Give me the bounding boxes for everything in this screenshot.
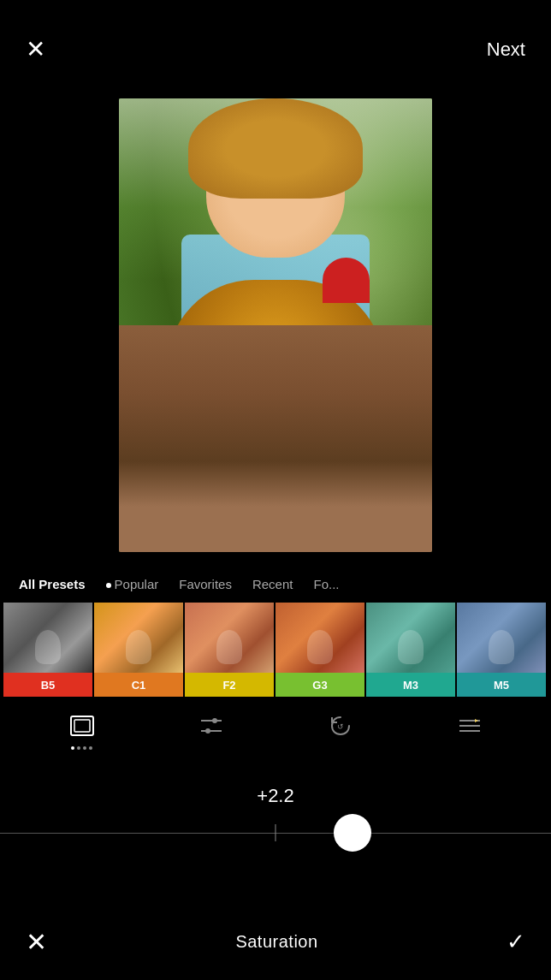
header: ✕ Next [0,0,551,98]
adjustment-title: Saturation [235,932,317,952]
filter-label-g3: G3 [276,673,364,697]
confirm-button[interactable]: ✓ [507,929,525,955]
presets-tabs: All Presets Popular Favorites Recent Fo.… [0,565,551,603]
filter-g3[interactable]: G3 [276,603,364,697]
tab-popular[interactable]: Popular [96,570,169,598]
filter-strip: B5 C1 F2 G3 M3 M5 [0,603,551,697]
svg-text:↺: ↺ [337,722,344,731]
photo-preview [119,98,432,552]
tool-preview[interactable] [67,710,98,750]
next-button[interactable]: Next [487,39,525,61]
svg-marker-10 [475,719,478,722]
tab-all-presets[interactable]: All Presets [9,570,96,598]
selective-icon [454,710,485,741]
filter-label-c1: C1 [94,673,183,697]
filter-label-m5: M5 [457,673,546,697]
slider-section: +2.2 [0,779,551,856]
filter-thumb-b5 [3,603,92,673]
tool-adjust[interactable] [196,710,227,741]
svg-rect-1 [74,720,90,732]
history-icon: ↺ [325,710,356,741]
tab-favorites[interactable]: Favorites [169,570,242,598]
filter-thumb-g3 [276,603,364,673]
tab-recent[interactable]: Recent [242,570,304,598]
filter-thumb-m5 [457,603,546,673]
toolbar: ↺ [0,702,551,770]
cancel-button[interactable]: ✕ [26,927,47,957]
filter-m5[interactable]: M5 [457,603,546,697]
filter-m3[interactable]: M3 [366,603,455,697]
svg-point-5 [205,728,210,734]
active-dot [106,583,111,588]
slider-center-line [276,824,276,841]
filter-label-m3: M3 [366,673,455,697]
tab-for-you[interactable]: Fo... [303,570,349,598]
slider-thumb[interactable] [334,814,371,852]
tool-dots [71,746,92,750]
adjust-icon [196,710,227,741]
filter-label-f2: F2 [185,673,274,697]
close-button[interactable]: ✕ [26,38,45,62]
slider-value: +2.2 [257,785,293,807]
filter-label-b5: B5 [3,673,92,697]
filter-thumb-m3 [366,603,455,673]
filter-thumb-f2 [185,603,274,673]
preview-icon [67,710,98,741]
filter-b5[interactable]: B5 [3,603,92,697]
svg-point-3 [212,718,217,723]
tool-selective[interactable] [454,710,485,741]
filter-f2[interactable]: F2 [185,603,274,697]
photo-image [119,98,432,552]
filter-c1[interactable]: C1 [94,603,183,697]
slider-container[interactable] [0,816,551,850]
bottom-bar: ✕ Saturation ✓ [0,903,551,980]
filter-thumb-c1 [94,603,183,673]
tool-history[interactable]: ↺ [325,710,356,741]
